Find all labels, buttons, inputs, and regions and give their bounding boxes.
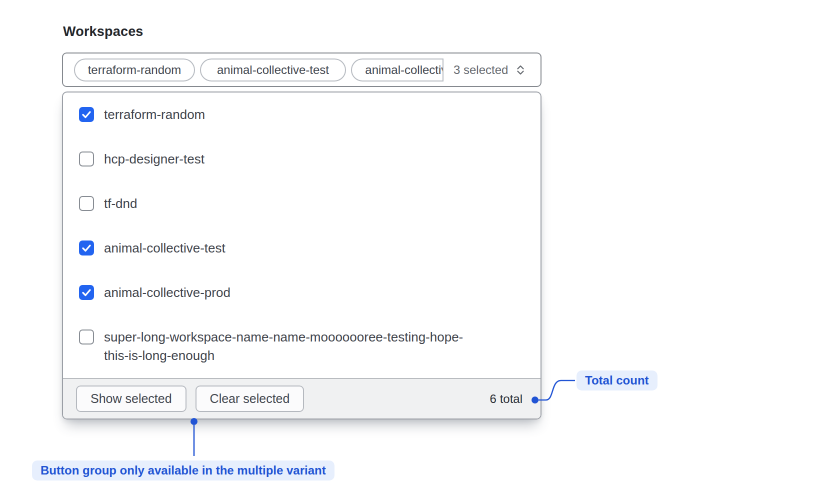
option-checkbox[interactable] [79,152,94,166]
option-super-long-workspace[interactable]: super-long-workspace-name-name-moooooore… [63,315,540,378]
option-checkbox[interactable] [79,240,94,256]
clear-selected-button[interactable]: Clear selected [196,386,304,412]
selected-pill-clipped: animal-collective-prod [351,58,444,82]
option-label: hcp-designer-test [104,150,204,168]
selected-pills-container: terraform-random animal-collective-test … [74,58,444,82]
option-label-line1: super-long-workspace-name-name-moooooore… [104,328,463,346]
option-label-line2: this-is-long-enough [104,346,463,365]
option-label: super-long-workspace-name-name-moooooore… [104,328,463,365]
caret-sort-icon [514,64,527,76]
total-count-connector-line [538,380,575,400]
option-hcp-designer-test[interactable]: hcp-designer-test [63,137,540,182]
button-group-annotation: Button group only available in the multi… [32,460,334,480]
listbox-footer: Show selected Clear selected 6 total [63,378,540,418]
show-selected-button[interactable]: Show selected [76,386,186,412]
option-animal-collective-test[interactable]: animal-collective-test [63,226,540,270]
option-label: terraform-random [104,106,205,124]
selected-count-text: 3 selected [454,63,508,77]
dropdown-listbox: terraform-random hcp-designer-test tf-dn… [62,92,542,420]
option-terraform-random[interactable]: terraform-random [63,92,540,137]
option-checkbox[interactable] [79,196,94,211]
option-tf-dnd[interactable]: tf-dnd [63,182,540,226]
selected-pill: terraform-random [74,58,195,82]
multiselect-trigger[interactable]: terraform-random animal-collective-test … [62,52,542,87]
option-checkbox[interactable] [79,107,94,122]
option-checkbox[interactable] [79,285,94,300]
option-label: animal-collective-test [104,239,226,258]
total-count-annotation: Total count [576,370,658,390]
selected-pill: animal-collective-test [200,58,346,82]
option-animal-collective-prod[interactable]: animal-collective-prod [63,270,540,315]
option-checkbox[interactable] [79,330,94,344]
option-label: animal-collective-prod [104,284,230,302]
total-count-text: 6 total [490,392,528,406]
superselect-demo-stage: Workspaces terraform-random animal-colle… [0,0,836,504]
field-label: Workspaces [63,24,144,40]
option-label: tf-dnd [104,194,138,213]
